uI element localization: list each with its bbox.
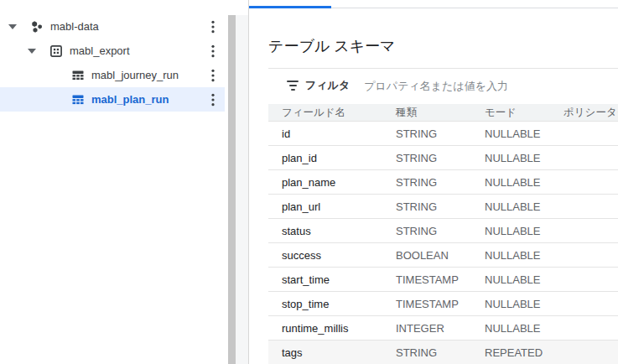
table-row: plan_url STRING NULLABLE xyxy=(268,195,618,219)
cell-type: STRING xyxy=(396,176,485,189)
cell-mode: NULLABLE xyxy=(485,176,563,189)
column-header-mode: モード xyxy=(485,106,563,120)
project-icon xyxy=(29,19,44,34)
table-row: tags STRING REPEATED xyxy=(268,341,618,364)
column-header-type: 種類 xyxy=(396,106,485,120)
kebab-menu-icon[interactable] xyxy=(206,68,220,83)
table-icon xyxy=(70,92,85,107)
cell-mode: NULLABLE xyxy=(485,225,563,237)
kebab-menu-icon[interactable] xyxy=(206,19,220,34)
cell-field-name: stop_time xyxy=(268,298,396,310)
schema-table-header: フィールド名 種類 モード ポリシータグ xyxy=(268,104,618,122)
cell-mode: NULLABLE xyxy=(485,322,563,335)
cell-mode: NULLABLE xyxy=(485,152,563,164)
cell-type: STRING xyxy=(396,127,485,140)
column-header-policy-tags: ポリシータグ xyxy=(563,106,618,120)
filter-input[interactable] xyxy=(364,80,618,92)
tree-item-label: mabl-data xyxy=(50,20,99,33)
table-row: success BOOLEAN NULLABLE xyxy=(268,243,618,268)
table-row: runtime_millis INTEGER NULLABLE xyxy=(268,316,618,341)
table-details-panel: テーブル スキーマ フィルタ フィールド名 種類 モード ポリシータグ id S… xyxy=(249,0,618,364)
tabbar-border xyxy=(331,8,618,8)
cell-field-name: status xyxy=(268,225,396,237)
cell-type: STRING xyxy=(396,152,485,164)
schema-filter-bar[interactable]: フィルタ xyxy=(268,74,618,97)
table-row: start_time TIMESTAMP NULLABLE xyxy=(268,268,618,292)
cell-field-name: plan_id xyxy=(268,152,396,164)
cell-type: TIMESTAMP xyxy=(396,298,485,310)
tree-item-table[interactable]: mabl_journey_run xyxy=(0,63,225,87)
cell-mode: REPEATED xyxy=(485,346,563,359)
title-divider xyxy=(268,68,618,69)
filter-icon xyxy=(287,81,299,91)
schema-rows: id STRING NULLABLE plan_id STRING NULLAB… xyxy=(268,122,618,364)
dataset-icon xyxy=(49,44,63,58)
cell-field-name: id xyxy=(268,127,396,140)
cell-mode: NULLABLE xyxy=(485,127,563,140)
tree-item-label: mabl_export xyxy=(70,44,130,57)
cell-type: INTEGER xyxy=(396,322,485,335)
cell-type: BOOLEAN xyxy=(396,249,485,262)
cell-mode: NULLABLE xyxy=(485,273,563,286)
table-icon xyxy=(70,68,85,82)
cell-field-name: runtime_millis xyxy=(268,322,396,335)
kebab-menu-icon[interactable] xyxy=(206,92,220,107)
tree-item-project[interactable]: mabl-data xyxy=(0,14,225,39)
filter-label: フィルタ xyxy=(305,78,350,93)
cell-field-name: success xyxy=(268,249,396,262)
active-tab-indicator xyxy=(249,6,331,8)
expand-arrow-icon[interactable] xyxy=(28,45,39,57)
kebab-menu-icon[interactable] xyxy=(206,44,220,59)
cell-field-name: start_time xyxy=(268,273,396,286)
cell-type: STRING xyxy=(396,346,485,359)
resource-tree: mabl-data mabl_export xyxy=(0,14,225,112)
tree-item-table[interactable]: mabl_plan_run xyxy=(0,87,225,112)
panel-resize-gutter[interactable] xyxy=(236,15,248,364)
cell-type: STRING xyxy=(396,225,485,237)
table-row: status STRING NULLABLE xyxy=(268,219,618,243)
table-row: plan_id STRING NULLABLE xyxy=(268,146,618,170)
explorer-sidebar: mabl-data mabl_export xyxy=(0,0,225,364)
schema-table: フィールド名 種類 モード ポリシータグ id STRING NULLABLE … xyxy=(268,104,618,364)
cell-mode: NULLABLE xyxy=(485,200,563,213)
cell-mode: NULLABLE xyxy=(485,249,563,262)
table-row: id STRING NULLABLE xyxy=(268,122,618,146)
cell-type: STRING xyxy=(396,200,485,213)
cell-type: TIMESTAMP xyxy=(396,273,485,286)
table-row: plan_name STRING NULLABLE xyxy=(268,170,618,195)
expand-arrow-icon[interactable] xyxy=(8,21,20,33)
cell-mode: NULLABLE xyxy=(485,298,563,310)
cell-field-name: plan_name xyxy=(268,176,396,189)
schema-section-title: テーブル スキーマ xyxy=(268,36,396,56)
column-header-field-name: フィールド名 xyxy=(268,106,396,120)
cell-field-name: plan_url xyxy=(268,200,396,213)
table-row: stop_time TIMESTAMP NULLABLE xyxy=(268,292,618,316)
cell-field-name: tags xyxy=(268,346,396,359)
tree-item-label: mabl_plan_run xyxy=(91,93,169,106)
tree-item-dataset[interactable]: mabl_export xyxy=(0,39,225,63)
tree-item-label: mabl_journey_run xyxy=(91,69,179,81)
sidebar-scrollbar[interactable] xyxy=(228,15,236,364)
bigquery-console: mabl-data mabl_export xyxy=(0,0,618,364)
